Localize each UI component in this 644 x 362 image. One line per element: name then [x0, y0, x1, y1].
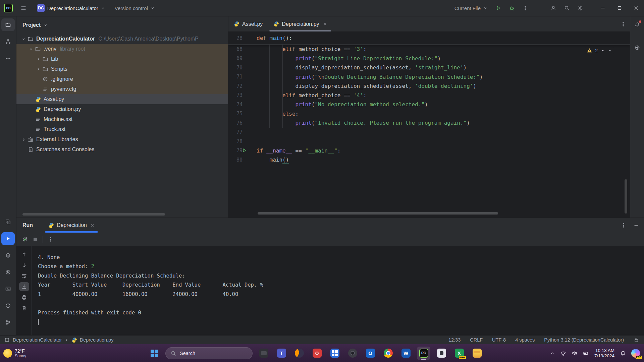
console-scrollend-button[interactable] — [19, 282, 29, 291]
tool-strip-services-button[interactable] — [1, 249, 15, 262]
minimize-button[interactable] — [595, 0, 610, 16]
taskbar-app-red-app[interactable] — [310, 347, 324, 360]
tree-item-machine-ast[interactable]: Machine.ast — [16, 114, 228, 124]
weather-widget[interactable]: 72°F Sunny — [3, 348, 26, 358]
tray-overflow-chevron[interactable] — [550, 351, 555, 356]
run-tab-depreciation[interactable]: Depreciation — [45, 218, 98, 233]
editor-tab-options-button[interactable] — [616, 16, 630, 32]
console-softwrap-button[interactable] — [19, 272, 29, 280]
console-output[interactable]: 4. NoneChoose a method: 2Double Declinin… — [32, 246, 644, 335]
tree-chevron-icon[interactable] — [20, 137, 27, 142]
copilot-button[interactable]: PRE — [631, 349, 640, 358]
inspections-widget[interactable]: 2 — [585, 47, 614, 54]
wifi-icon[interactable] — [560, 350, 566, 356]
maximize-button[interactable] — [612, 0, 627, 16]
tree-chevron-icon[interactable] — [20, 37, 27, 41]
rerun-button[interactable] — [22, 236, 28, 242]
project-widget-button[interactable]: DC DepreciationCalculator — [34, 2, 109, 14]
close-button[interactable] — [629, 0, 644, 16]
notifications-bell-icon[interactable] — [620, 350, 626, 356]
tool-strip-python-console-button[interactable] — [1, 216, 15, 228]
taskbar-clock[interactable]: 10:13 AM 7/19/2024 — [594, 348, 614, 359]
hide-panel-icon[interactable] — [633, 222, 639, 228]
code-area[interactable]: 68 elif method_choice == '3':69 print("S… — [228, 45, 630, 165]
taskbar-app-teams[interactable]: T — [275, 347, 288, 360]
tree-item--gitignore[interactable]: .gitignore — [16, 74, 228, 84]
taskbar-app-desktop-app[interactable] — [257, 347, 270, 360]
taskbar-app-firefox[interactable] — [292, 347, 306, 360]
tree-item--venv[interactable]: .venvlibrary root — [16, 44, 228, 54]
tool-strip-more-button[interactable] — [1, 52, 15, 65]
editor-vertical-scrollbar[interactable] — [625, 179, 627, 214]
tool-strip-project-folder-button[interactable] — [1, 18, 15, 31]
tree-chevron-icon[interactable] — [27, 47, 35, 51]
project-horizontal-scrollbar[interactable] — [22, 213, 165, 216]
close-tab-icon[interactable] — [323, 22, 327, 26]
chevron-up-icon[interactable] — [600, 48, 605, 53]
status-item-2[interactable]: UTF-8 — [492, 337, 506, 343]
tool-strip-problems-button[interactable] — [1, 299, 15, 312]
taskbar-app-word[interactable]: W — [399, 347, 413, 360]
tool-strip-structure-button[interactable] — [1, 35, 15, 48]
tree-item-scripts[interactable]: Scripts — [16, 64, 228, 74]
taskbar-search[interactable]: Search — [165, 347, 253, 359]
taskbar-app-outlook[interactable]: O — [364, 347, 377, 360]
more-actions-button[interactable] — [519, 2, 531, 14]
more-options-button[interactable] — [48, 236, 54, 242]
tool-strip-endpoints-button[interactable] — [1, 266, 15, 279]
taskbar-app-light-app[interactable] — [435, 347, 448, 360]
tree-item-scratches-and-consoles[interactable]: Scratches and Consoles — [16, 144, 228, 155]
battery-icon[interactable] — [583, 350, 589, 356]
tool-strip-run-button[interactable] — [1, 232, 15, 245]
tree-item-pyvenv-cfg[interactable]: pyvenv.cfg — [16, 84, 228, 94]
chevron-down-icon[interactable] — [608, 48, 612, 53]
console-printer-button[interactable] — [19, 293, 29, 302]
version-control-button[interactable]: Version control — [111, 2, 158, 14]
editor-tab-depreciation-py[interactable]: Depreciation.py — [268, 16, 332, 32]
tree-item-external-libraries[interactable]: External Libraries — [16, 134, 228, 144]
run-button[interactable] — [492, 2, 504, 14]
taskbar-app-pycharm[interactable]: PC — [417, 347, 430, 360]
status-item-4[interactable]: Python 3.12 (DepreciationCalculator) — [544, 337, 624, 343]
ai-assistant-button[interactable] — [631, 41, 644, 54]
status-item-3[interactable]: 4 spaces — [515, 337, 535, 343]
run-configuration-selector[interactable]: Current File — [451, 2, 491, 14]
status-item-0[interactable]: 12:33 — [448, 337, 461, 343]
tree-chevron-icon[interactable] — [35, 67, 42, 71]
console-down-button[interactable] — [19, 261, 29, 269]
tool-strip-terminal-button[interactable] — [1, 283, 15, 295]
tool-strip-version-control-button[interactable] — [1, 316, 15, 329]
editor-tab-asset-py[interactable]: Asset.py — [228, 16, 268, 32]
taskbar-app-camera-app[interactable] — [346, 347, 359, 360]
lock-icon[interactable] — [633, 337, 639, 343]
settings-button[interactable] — [574, 2, 586, 14]
tree-chevron-icon[interactable] — [35, 57, 42, 61]
breadcrumb-project[interactable]: DepreciationCalculator — [13, 337, 62, 343]
tree-item-lib[interactable]: Lib — [16, 54, 228, 64]
project-panel-header[interactable]: Project — [16, 16, 228, 34]
kebab-menu-icon[interactable] — [621, 222, 627, 228]
editor-horizontal-scrollbar[interactable] — [258, 212, 498, 215]
taskbar-app-chrome[interactable] — [381, 347, 395, 360]
profile-button[interactable] — [547, 2, 559, 14]
breadcrumb[interactable]: DepreciationCalculator Depreciation.py — [4, 337, 113, 343]
run-line-icon[interactable] — [242, 148, 247, 154]
volume-icon[interactable] — [572, 350, 578, 356]
search-everywhere-button[interactable] — [561, 2, 573, 14]
tree-item-depreciationcalculator[interactable]: DepreciationCalculatorC:\Users\Cash Amer… — [16, 34, 228, 44]
notifications-button[interactable] — [631, 18, 644, 31]
breadcrumb-file[interactable]: Depreciation.py — [80, 337, 114, 343]
taskbar-app-file-explorer[interactable] — [470, 347, 484, 360]
status-item-1[interactable]: CRLF — [470, 337, 483, 343]
close-tab-icon[interactable] — [90, 223, 95, 228]
tree-item-asset-py[interactable]: Asset.py — [16, 94, 228, 104]
debug-button[interactable] — [506, 2, 518, 14]
stop-button[interactable] — [33, 237, 38, 242]
tree-item-depreciation-py[interactable]: Depreciation.py — [16, 104, 228, 114]
start-button[interactable] — [148, 347, 161, 360]
main-menu-button[interactable] — [17, 2, 30, 14]
console-trash-button[interactable] — [19, 304, 29, 312]
tree-item-truck-ast[interactable]: Truck.ast — [16, 124, 228, 134]
taskbar-app-green-app[interactable]: XNEW — [452, 347, 466, 360]
console-up-button[interactable] — [19, 250, 29, 259]
